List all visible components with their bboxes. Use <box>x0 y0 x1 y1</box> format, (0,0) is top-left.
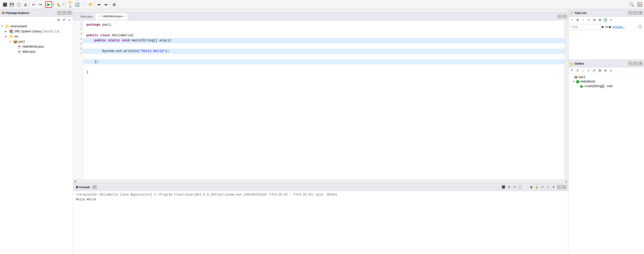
editor-maximize[interactable]: □ <box>563 15 567 18</box>
editor-scrollbar-x[interactable]: ◀ ▶ <box>73 180 568 183</box>
back-button[interactable]: ⬅ <box>96 1 102 8</box>
console-maximize[interactable]: □ <box>562 185 566 189</box>
open-type-button[interactable]: 📄 <box>81 1 87 8</box>
outline-sort-button[interactable]: ↕ <box>581 68 586 73</box>
open-perspective-button[interactable]: ⊞ <box>111 1 118 8</box>
save-all-button[interactable]: 📋 <box>15 1 22 8</box>
view-menu-button[interactable]: ≡ <box>67 17 72 23</box>
main-layout: 📦 Package Explorer ─ □ ✕ ⊟ 🔗 ≡ ▼ 📁 envir… <box>0 9 644 254</box>
link-with-editor-button[interactable]: 🔗 <box>61 17 66 23</box>
tree-item-src[interactable]: ▶ 📁 src <box>0 34 73 39</box>
console-terminated-text: <terminated> HelloWorld [Java Applicatio… <box>76 192 566 197</box>
task-expand-button[interactable]: ⊞ <box>597 17 602 22</box>
print-button[interactable]: 🖨 <box>22 1 29 8</box>
run-dropdown[interactable]: ▶ ▾ <box>45 1 55 8</box>
tab-close-helloworld[interactable]: ✕ <box>123 15 125 18</box>
tab-main-java[interactable]: 📄 Main.java <box>73 14 95 19</box>
console-close[interactable]: ✕ <box>93 185 97 189</box>
tree-item-pac1[interactable]: ▼ 📦 pac1 <box>0 39 73 44</box>
outline-filter-button[interactable]: ⊞ <box>597 68 602 73</box>
debug-dropdown-arrow[interactable]: ▾ <box>62 1 65 8</box>
task-view-menu-button[interactable]: ≡ <box>608 17 613 22</box>
outline-view-menu-button[interactable]: ≡ <box>608 68 613 73</box>
task-refresh-button[interactable]: 🔄 <box>603 17 608 22</box>
outline-sync-button[interactable]: 🔗 <box>592 68 597 73</box>
outline-hide-fields-button[interactable]: F <box>569 68 574 73</box>
task-list-maximize[interactable]: □ <box>633 11 637 15</box>
search-button[interactable]: 🔍 <box>628 1 635 8</box>
console-disconnect-button[interactable]: ✂ <box>512 185 517 190</box>
task-list-close[interactable]: ✕ <box>638 11 642 15</box>
task-activate-label[interactable]: Activate... <box>612 25 625 28</box>
package-explorer-close[interactable]: ✕ <box>67 11 72 15</box>
outline-close[interactable]: ✕ <box>638 62 642 65</box>
outline-maximize[interactable]: □ <box>633 62 637 65</box>
console-word-wrap-button[interactable]: ↩ <box>540 185 545 190</box>
task-filter-button[interactable]: ⊞ <box>575 17 580 22</box>
task-list-title: 📋 Task List <box>570 11 586 14</box>
outline-item-main-method[interactable]: ⬤ S main(String[]) : void <box>568 84 644 88</box>
open-resource-button[interactable]: 📂 <box>87 1 94 8</box>
tree-item-jre[interactable]: ▶ 📚 JRE System Library [JavaSE-1.8] <box>0 29 73 34</box>
package-explorer-maximize[interactable]: □ <box>62 11 66 15</box>
outline-label-main-method: main(String[]) : void <box>586 84 612 88</box>
forward-button[interactable]: ➡ <box>103 1 109 8</box>
new-button[interactable]: ⬛ <box>2 1 8 8</box>
tree-arrow-environment: ▼ <box>1 25 5 28</box>
console-paste-button[interactable]: 📄 <box>523 185 528 190</box>
run-dropdown-arrow[interactable]: ▾ <box>52 1 55 8</box>
debug-button[interactable]: 🐛 <box>55 1 62 8</box>
console-view-menu-button[interactable]: ▾ <box>551 185 556 190</box>
outline-label-helloworld: HelloWorld <box>580 80 595 83</box>
console-copy-button[interactable]: 📋 <box>518 185 523 190</box>
editor-content[interactable]: 1 2 3 4 5 6 7 package pac1; public class… <box>73 20 568 180</box>
java-icon-helloworld: ☕ <box>17 45 21 49</box>
task-find-input[interactable] <box>570 24 601 30</box>
outline-minimize[interactable]: ─ <box>628 62 632 65</box>
outline-header: 📐 Outline ─ □ ✕ <box>568 60 644 67</box>
run-button[interactable]: ▶ <box>45 1 52 8</box>
code-area[interactable]: package pac1; public class HelloWorld{ p… <box>83 20 565 180</box>
outline-collapse-button[interactable]: ⊟ <box>603 68 608 73</box>
console-content[interactable]: <terminated> HelloWorld [Java Applicatio… <box>73 191 568 254</box>
task-sort-button[interactable]: ↕ <box>581 17 586 22</box>
console-terminate-button[interactable]: ✕ <box>507 185 512 190</box>
outline-item-pac1[interactable]: 📦 pac1 <box>568 75 644 79</box>
save-button[interactable]: 💾 <box>8 1 15 8</box>
tree-item-environment[interactable]: ▼ 📁 environment <box>0 24 73 29</box>
console-clear-button[interactable]: 🗑 <box>529 185 534 190</box>
editor-right-scrollbar[interactable] <box>565 20 568 180</box>
tree-item-helloworld[interactable]: ▷ ☕ HelloWorld.java <box>0 44 73 49</box>
debug-dropdown[interactable]: ▾ <box>62 1 65 8</box>
console-stop-button[interactable]: ⬛ <box>501 185 506 190</box>
console-minimize[interactable]: ─ <box>557 185 561 189</box>
refresh-button[interactable]: 🔄 <box>74 1 80 8</box>
package-explorer-minimize[interactable]: ─ <box>57 11 61 15</box>
outline-hide-static-button[interactable]: S <box>575 68 580 73</box>
console-scroll-lock-button[interactable]: 🔒 <box>534 185 539 190</box>
collapse-all-button[interactable]: ⊟ <box>56 17 61 23</box>
outline-group-button[interactable]: ≡ <box>586 68 591 73</box>
open-perspective-btn2[interactable]: 🪟 <box>636 1 643 8</box>
console-toolbar: ⬛ ✕ ✂ 📋 📄 🗑 🔒 ↩ + ▾ ─ □ <box>501 185 566 190</box>
tree-label-src: src <box>14 35 18 38</box>
tree-item-main[interactable]: ▷ ☕ Main.java <box>0 49 73 54</box>
tab-java-icon-main: 📄 <box>76 15 80 18</box>
task-list-minimize[interactable]: ─ <box>628 11 632 15</box>
task-list-icon: 📋 <box>570 11 573 14</box>
scroll-left-arrow[interactable]: ◀ <box>73 180 77 183</box>
tab-helloworld-java[interactable]: 📄 HelloWorld.java ✕ <box>95 13 128 19</box>
prev-edit-button[interactable]: ↩ <box>30 1 37 8</box>
task-group-button[interactable]: ≡ <box>586 17 591 22</box>
next-edit-button[interactable]: ↪ <box>37 1 44 8</box>
task-list-header: 📋 Task List ─ □ ✕ <box>568 9 644 17</box>
console-new-console-button[interactable]: + <box>545 185 550 190</box>
scroll-right-arrow[interactable]: ▶ <box>565 180 568 183</box>
editor-minimize[interactable]: ─ <box>558 15 562 18</box>
task-add-button[interactable]: + <box>569 17 574 22</box>
method-static-marker: S <box>584 85 586 88</box>
task-collapse-button[interactable]: ⊟ <box>592 17 597 22</box>
outline-item-helloworld-class[interactable]: ▼ ⬤ HelloWorld <box>568 79 644 84</box>
task-help-icon[interactable]: ? <box>638 25 642 29</box>
new-java-project-button[interactable]: 📁+ <box>67 1 74 8</box>
